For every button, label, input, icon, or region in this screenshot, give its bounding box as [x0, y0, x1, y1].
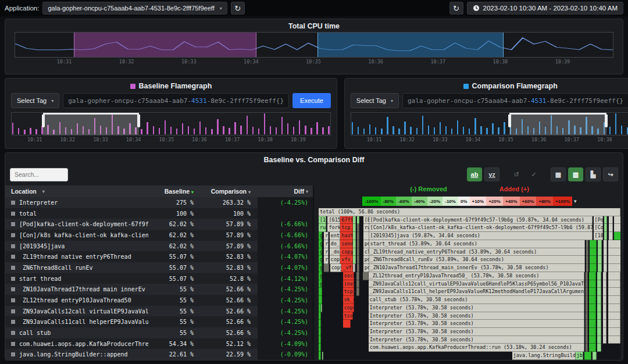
total-cpu-chart[interactable] [15, 32, 613, 58]
flamegraph-frame[interactable]: [1881 [594, 232, 604, 240]
brush-handle-left[interactable] [42, 115, 45, 127]
baseline-query-input[interactable]: gala-gopher-oncpu-c75aaab4-aab7-4531-8e9… [63, 93, 289, 108]
flamegraph-frame[interactable] [363, 272, 369, 280]
flamegraph-frame[interactable]: Interpreter (53.78%, 30.58 seconds) [369, 312, 584, 320]
application-select[interactable]: gala-gopher-oncpu-c75aaab4-aab7-4531-8e9… [42, 2, 227, 15]
brush-handle-right[interactable] [137, 115, 140, 127]
flamegraph-frame[interactable] [614, 216, 620, 224]
table-row[interactable]: com.huawei.aops.app.KafkaProducerThread:… [5, 338, 313, 349]
flamegraph-frame[interactable] [598, 264, 602, 272]
flamegraph-frame[interactable] [608, 320, 620, 328]
flamegraph-frame[interactable]: _ZL19thread_native_entryP6Thread (53.89%… [369, 248, 585, 256]
flamegraph-frame[interactable] [590, 240, 596, 248]
scale-dropdown-icon[interactable]: ▾ [574, 198, 577, 204]
flamegraph-frame[interactable]: 67f9 [340, 216, 353, 224]
flamegraph-frame[interactable]: Interpreter (53.78%, 30.58 seconds) [369, 320, 584, 328]
flamegraph-frame[interactable] [608, 280, 620, 288]
table-row[interactable]: _ZL12thread_entryP10JavaThread50_55 %52.… [5, 295, 313, 306]
flamegraph-frame[interactable]: [Pod]kafka-client-ok-deployment-67f9f49c… [369, 216, 593, 224]
flamegraph-frame[interactable] [584, 352, 591, 360]
flamegraph-frame[interactable] [614, 232, 620, 240]
diff-scale-segment[interactable]: -40% [412, 197, 427, 206]
table-row[interactable]: [2019345]java62.02 %57.89 %(-6.66%) [5, 241, 313, 252]
flamegraph-frame[interactable]: fork (7.8 [327, 224, 340, 232]
flamegraph-frame[interactable] [589, 280, 595, 288]
flamegraph-frame[interactable]: [Pod]nq [594, 216, 604, 224]
flamegraph-frame[interactable] [597, 272, 601, 280]
flamegraph-frame[interactable]: [83569 [363, 216, 369, 224]
flamegraph-frame[interactable] [597, 328, 601, 336]
flamegraph-frame[interactable] [597, 320, 601, 328]
flamegraph-frame[interactable] [608, 304, 620, 312]
flamegraph-frame[interactable]: copy_ [340, 248, 353, 256]
flamegraph-frame[interactable] [597, 288, 601, 296]
flamegraph-frame[interactable]: _ZN9JavaCalls12call_virtualEP9JavaValue6… [369, 280, 584, 288]
search-input[interactable] [10, 168, 68, 181]
flamegraph-frame[interactable] [589, 336, 595, 344]
flamegraph-frame[interactable]: _ZL12thread_entryP10JavaThread50_ (53.78… [369, 272, 584, 280]
flamegraph-frame[interactable]: run [324, 248, 328, 256]
flamegraph-frame[interactable] [363, 232, 369, 240]
flamegraph-frame[interactable] [589, 272, 595, 280]
flamegraph-frame[interactable] [589, 344, 595, 352]
flamegraph-frame[interactable]: _do_fork [330, 248, 341, 256]
table-row[interactable]: [Con]/k8s_kafka-client-ok_kafka-client-o… [5, 230, 313, 241]
flamegraph-frame[interactable]: clock_ [363, 248, 369, 256]
table-row[interactable]: Interpreter275 %263.32 %(-4.25%) [5, 197, 313, 208]
flamegraph-frame[interactable]: [2019345]java (59.87%, 34.04 seconds) [369, 232, 593, 240]
flamegraph-frame[interactable]: [615037]sta [327, 216, 340, 224]
flamegraph-frame[interactable]: sk_s [343, 296, 355, 304]
flamegraph-frame[interactable]: _ZN6Thread8call_runEv (53.89%, 30.64 sec… [369, 256, 585, 264]
diff-scale-segment[interactable]: -20% [427, 197, 443, 206]
flamegraph-frame[interactable]: run [324, 240, 328, 248]
flamegraph-frame[interactable] [589, 288, 595, 296]
flamegraph-frame[interactable] [608, 256, 620, 264]
flamegraph-frame[interactable]: [Con]/k8s_kafka-client-ok_kafka-client-o… [369, 224, 593, 232]
table-row[interactable]: java.lang.StringBuilder::append22.61 %22… [5, 349, 313, 360]
flamegraph-frame[interactable] [597, 344, 601, 352]
table-row[interactable]: _ZL19thread_native_entryP6Thread55.07 %5… [5, 251, 313, 262]
brush-handle-right[interactable] [605, 115, 608, 127]
flamegraph-frame[interactable]: pool-1 [363, 256, 369, 264]
flamegraph-frame[interactable] [589, 328, 595, 336]
comparison-query-input[interactable]: gala-gopher-oncpu-c75aaab4-aab7-4531-8e9… [402, 93, 628, 108]
baseline-time-selection[interactable] [74, 33, 257, 57]
flamegraph-frame[interactable] [608, 336, 620, 344]
diff-scale-segment[interactable]: +60% [520, 197, 537, 206]
flamegraph-frame[interactable]: total (100%, 56.86 seconds) [319, 208, 620, 216]
export-button[interactable]: ↪ [603, 167, 618, 181]
comparison-time-selection[interactable] [317, 33, 504, 57]
flamegraph-frame[interactable] [597, 304, 601, 312]
table-row[interactable]: start_thread55.07 %52.8 %(-4.12%) [5, 273, 313, 284]
flamegraph-frame[interactable]: inet_ [343, 280, 355, 288]
diff-scale-segment[interactable]: +20% [486, 197, 503, 206]
flamegraph-frame[interactable]: [1906013]g [319, 216, 326, 224]
diff-flamegraph-canvas[interactable]: total (100%, 56.86 seconds)[1906013]g[61… [319, 208, 620, 360]
flamegraph-frame[interactable] [597, 296, 601, 304]
sort-yz-button[interactable]: yz [484, 167, 499, 181]
column-header-diff[interactable]: Diff▾ [258, 185, 313, 197]
flamegraph-frame[interactable]: _ZN10JavaThread17thread_main_innerEv (53… [369, 264, 585, 272]
flamegraph-frame[interactable] [608, 240, 620, 248]
flamegraph-frame[interactable]: sock_ [343, 272, 355, 280]
flamegraph-frame[interactable] [589, 304, 595, 312]
flamegraph-frame[interactable]: pool- [363, 264, 369, 272]
refresh-time-button[interactable]: ↻ [449, 2, 463, 15]
table-row[interactable]: _ZN6Thread8call_runEv55.07 %52.83 %(-4.0… [5, 262, 313, 273]
diff-scale-segment[interactable]: -60% [396, 197, 412, 206]
comparison-brush[interactable] [509, 113, 606, 135]
flamegraph-frame[interactable] [589, 312, 595, 320]
flamegraph-frame[interactable]: Interpreter (53.78%, 30.58 seconds) [369, 336, 584, 344]
flamegraph-frame[interactable] [608, 288, 620, 296]
flamegraph-frame[interactable]: Interpreter (53.78%, 30.58 seconds) [369, 328, 584, 336]
table-row[interactable]: [Pod]kafka-client-ok-deployment-67f9f49c… [5, 219, 313, 230]
flamegraph-frame[interactable]: runti [363, 224, 369, 232]
flamegraph-frame[interactable]: copy_proc [330, 256, 341, 264]
flamegraph-frame[interactable] [324, 264, 329, 272]
flamegraph-frame[interactable] [590, 264, 596, 272]
flamegraph-frame[interactable] [597, 312, 601, 320]
flamegraph-frame[interactable] [597, 336, 601, 344]
flamegraph-frame[interactable] [343, 320, 351, 328]
time-range-button[interactable]: 2023-02-10 10:30 AM - 2023-02-10 10:40 A… [467, 2, 623, 15]
flamegraph-frame[interactable] [608, 264, 620, 272]
